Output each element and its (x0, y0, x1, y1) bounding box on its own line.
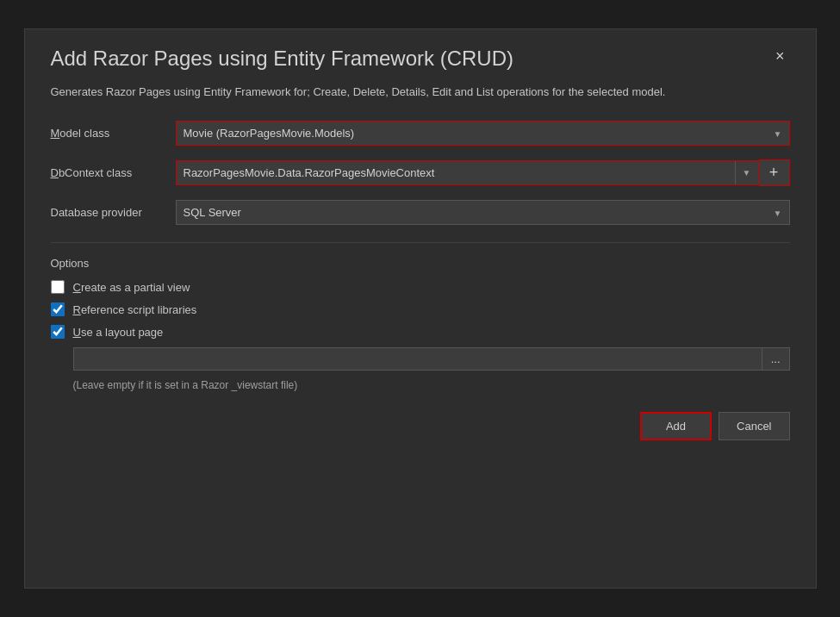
add-button[interactable]: Add (640, 412, 712, 440)
dbcontext-class-select[interactable]: RazorPagesMovie.Data.RazorPagesMovieCont… (177, 161, 735, 184)
partial-view-row: Create as a partial view (51, 280, 790, 294)
title-bar: Add Razor Pages using Entity Framework (… (51, 47, 790, 72)
options-section: Options Create as a partial view Referen… (51, 257, 790, 391)
cancel-button[interactable]: Cancel (719, 412, 789, 440)
layout-page-label[interactable]: Use a layout page (73, 326, 164, 339)
dbcontext-class-row: DbContext class RazorPagesMovie.Data.Raz… (51, 159, 790, 186)
dbcontext-dropdown-icon: ▼ (735, 161, 758, 184)
dialog-footer: Add Cancel (51, 412, 790, 440)
database-provider-row: Database provider SQL Server SQLite Post… (51, 200, 790, 225)
reference-scripts-checkbox[interactable] (51, 302, 65, 316)
database-provider-select[interactable]: SQL Server SQLite PostgreSQL Cosmos (177, 201, 789, 224)
model-class-select-wrapper: Movie (RazorPagesMovie.Models) ▼ (176, 121, 790, 146)
dialog: Add Razor Pages using Entity Framework (… (24, 28, 817, 589)
partial-view-label[interactable]: Create as a partial view (73, 281, 190, 294)
dialog-title: Add Razor Pages using Entity Framework (… (51, 47, 514, 72)
reference-scripts-row: Reference script libraries (51, 302, 790, 316)
model-class-row: Model class Movie (RazorPagesMovie.Model… (51, 121, 790, 146)
layout-page-row: Use a layout page (51, 325, 790, 339)
partial-view-checkbox[interactable] (51, 280, 65, 294)
divider (51, 242, 790, 243)
options-label: Options (51, 257, 790, 270)
dialog-description: Generates Razor Pages using Entity Frame… (51, 84, 790, 101)
layout-page-input[interactable] (73, 347, 762, 371)
dbcontext-select-group: RazorPagesMovie.Data.RazorPagesMovieCont… (176, 160, 759, 185)
model-class-select[interactable]: Movie (RazorPagesMovie.Models) (177, 122, 789, 145)
database-provider-label: Database provider (51, 206, 176, 219)
close-button[interactable]: × (770, 47, 790, 65)
layout-page-input-row: ... (73, 347, 790, 371)
database-provider-select-wrapper: SQL Server SQLite PostgreSQL Cosmos ▼ (176, 200, 790, 225)
dbcontext-add-button[interactable]: + (759, 159, 790, 186)
browse-button[interactable]: ... (762, 347, 790, 371)
model-class-label: Model class (51, 127, 176, 140)
layout-page-checkbox[interactable] (51, 325, 65, 339)
hint-text: (Leave empty if it is set in a Razor _vi… (73, 379, 790, 391)
reference-scripts-label[interactable]: Reference script libraries (73, 303, 197, 316)
dbcontext-class-label: DbContext class (51, 166, 176, 179)
